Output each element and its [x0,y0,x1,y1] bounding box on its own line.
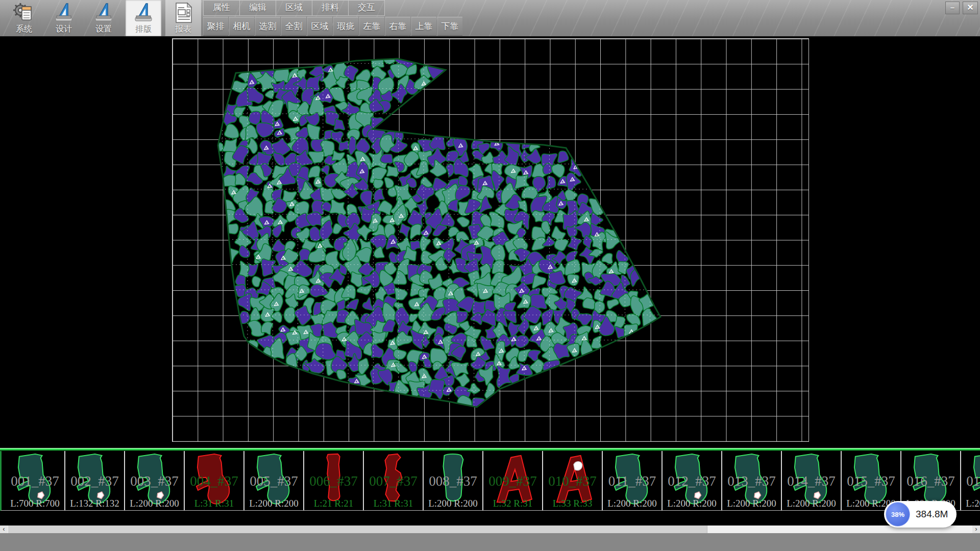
piece-thumbnail-strip: 001_#37L:700 R:700002_#37L:132 R:132003_… [0,448,980,525]
tool-button[interactable]: 聚排 [203,17,228,36]
tool-button[interactable]: 瑕疵 [333,17,358,36]
tool-button[interactable]: 区域 [307,17,332,36]
piece-id-label: 009_#37 [483,473,542,489]
status-badge: 38% 384.8M [884,501,957,528]
piece-thumbnail[interactable]: 001_#37L:700 R:700 [6,451,65,510]
tool-button[interactable]: 下靠 [437,17,462,36]
piece-id-label: 008_#37 [424,473,482,489]
menu-tab[interactable]: 区域 [276,1,312,15]
piece-id-label: 003_#37 [125,473,184,489]
piece-id-label: 010_#37 [543,473,602,489]
piece-thumbnail[interactable]: 007_#37L:31 R:31 [364,451,424,510]
piece-thumbnail[interactable]: 004_#37L:31 R:31 [185,451,244,510]
tool-button[interactable]: 选割 [255,17,280,36]
piece-id-label: 015_#37 [842,473,900,489]
tool-button[interactable]: 全割 [281,17,306,36]
piece-lr-count: L:200 R:200 [722,498,781,509]
tool-button[interactable]: 左靠 [359,17,384,36]
piece-id-label: 006_#37 [304,473,363,489]
tool-button[interactable]: 上靠 [411,17,436,36]
menu-tab[interactable]: 编辑 [239,1,276,15]
piece-lr-count: L:33 R:33 [543,498,602,509]
tool-button[interactable]: 右靠 [385,17,410,36]
piece-thumbnail[interactable]: 017_#37L:200 R:200 [961,451,980,510]
piece-thumbnail[interactable]: 009_#37L:32 R:31 [483,451,543,510]
progress-circle: 38% [886,502,910,527]
close-button[interactable]: ✕ [963,2,978,14]
piece-lr-count: L:132 R:132 [65,498,124,509]
memory-usage: 384.8M [916,509,948,520]
window-bottom-strip [0,533,980,551]
nesting-icon [132,2,155,24]
piece-id-label: 004_#37 [185,473,243,489]
piece-thumbnail[interactable]: 011_#37L:200 R:200 [603,451,663,510]
scroll-right-arrow-icon[interactable]: › [972,525,980,533]
piece-lr-count: L:200 R:200 [961,498,980,509]
piece-id-label: 011_#37 [603,473,662,489]
piece-lr-count: L:200 R:200 [125,498,184,509]
piece-id-label: 013_#37 [722,473,781,489]
piece-lr-count: L:200 R:200 [603,498,662,509]
piece-lr-count: L:21 R:21 [304,498,363,509]
piece-lr-count: L:31 R:31 [185,498,243,509]
minimize-button[interactable]: – [945,2,960,14]
piece-thumbnail[interactable]: 014_#37L:200 R:200 [782,451,842,510]
piece-lr-count: L:32 R:31 [483,498,542,509]
tool-button[interactable]: 相机 [229,17,254,36]
menu-tab-row: 属性编辑区域排料交互 [203,0,385,16]
piece-thumbnail[interactable]: 006_#37L:21 R:21 [304,451,364,510]
piece-lr-count: L:200 R:200 [244,498,303,509]
titlebar: 系统 设计 设置 排版 [0,0,980,37]
app-button-label: 排版 [126,24,161,34]
piece-lr-count: L:200 R:200 [424,498,482,509]
horizontal-scrollbar[interactable]: ‹ › [0,525,980,533]
piece-id-label: 012_#37 [663,473,721,489]
piece-id-label: 005_#37 [244,473,303,489]
tool-button-row: 聚排相机选割全割区域瑕疵左靠右靠上靠下靠 [203,17,463,36]
piece-id-label: 014_#37 [782,473,841,489]
menu-tab[interactable]: 排料 [312,1,348,15]
scroll-left-arrow-icon[interactable]: ‹ [0,525,8,533]
app-button-label: 报表 [165,24,201,34]
piece-id-label: 016_#37 [901,473,960,489]
app-button-system[interactable]: 系统 [6,0,42,36]
app-button-nesting[interactable]: 排版 [126,0,161,36]
piece-thumbnail[interactable]: 010_#37L:33 R:33 [543,451,603,510]
report-icon [172,2,194,24]
app-button-label: 设计 [46,24,82,34]
piece-lr-count: L:200 R:200 [782,498,841,509]
piece-thumbnail[interactable]: 005_#37L:200 R:200 [244,451,304,510]
app-button-report[interactable]: 报表 [165,0,201,36]
piece-lr-count: L:200 R:200 [663,498,721,509]
menu-tab[interactable]: 交互 [348,1,385,15]
app-button-label: 系统 [6,24,42,34]
piece-lr-count: L:700 R:700 [6,498,64,509]
piece-id-label: 007_#37 [364,473,423,489]
piece-thumbnail[interactable]: 012_#37L:200 R:200 [663,451,722,510]
piece-lr-count: L:31 R:31 [364,498,423,509]
piece-id-label: 002_#37 [65,473,124,489]
piece-thumbnail-cells: 001_#37L:700 R:700002_#37L:132 R:132003_… [0,451,980,511]
app-button-label: 设置 [86,24,121,34]
piece-id-label: 017_#37 [961,473,980,489]
app-button-design[interactable]: 设计 [46,0,82,36]
piece-thumbnail[interactable]: 008_#37L:200 R:200 [424,451,483,510]
app-button-settings[interactable]: 设置 [86,0,121,36]
system-icon [13,2,35,24]
piece-thumbnail[interactable]: 002_#37L:132 R:132 [65,451,125,510]
scrollbar-thumb[interactable] [8,525,707,533]
piece-thumbnail[interactable]: 013_#37L:200 R:200 [722,451,782,510]
design-icon [53,2,75,24]
settings-icon [92,2,115,24]
piece-thumbnail[interactable]: 003_#37L:200 R:200 [125,451,185,510]
menu-tab[interactable]: 属性 [203,1,239,15]
piece-id-label: 001_#37 [6,473,64,489]
strip-top-border [0,448,980,450]
